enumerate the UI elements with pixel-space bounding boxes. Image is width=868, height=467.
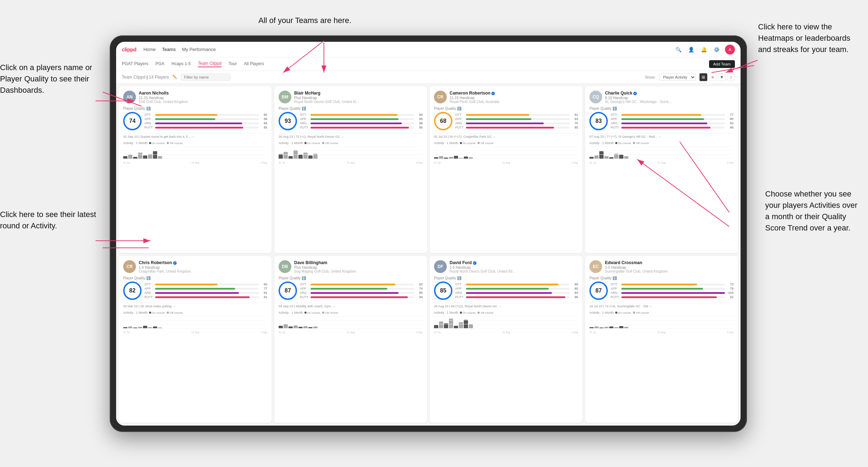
bell-icon[interactable]: 🔔 [699, 45, 708, 54]
player-club: St. George's Hill GC - Weybridge - Surre… [605, 100, 733, 104]
annotation-top-right: Click here to view the Heatmaps or leade… [758, 10, 850, 55]
quality-circle[interactable]: 85 [434, 281, 452, 300]
quality-content[interactable]: 83 OTT 77 APP 80 [589, 112, 733, 130]
stat-bar-arg [466, 123, 544, 124]
nav-my-performance[interactable]: My Performance [182, 47, 216, 52]
subnav-tour[interactable]: Tour [229, 61, 237, 67]
on-course-legend: On course [304, 142, 320, 145]
round-text: 26 Aug 23 | 73 (+1), Royal North Devon G… [279, 135, 344, 138]
activity-legend: On course Off course [460, 311, 494, 314]
player-avatar: BM [279, 91, 291, 103]
stat-value-arg: 85 [416, 291, 423, 295]
quality-circle[interactable]: 68 [434, 112, 452, 130]
edit-icon[interactable]: ✏️ [172, 75, 177, 79]
quality-label: Player Quality ℹ️ [434, 107, 578, 110]
player-name[interactable]: Cameron Robertson✓ [450, 91, 578, 96]
quality-circle[interactable]: 93 [279, 112, 297, 130]
player-avatar: CQ [589, 91, 602, 103]
round-info[interactable]: 02 Sep 23 | Sunset round to get back int… [123, 133, 267, 140]
stat-bar-ott [621, 114, 701, 116]
show-select[interactable]: Player Activity [659, 74, 696, 81]
nav-teams[interactable]: Teams [162, 47, 176, 52]
round-info[interactable]: 18 Jul 23 | 74 (+4), Sunningdale GC - Ol… [589, 303, 733, 309]
quality-circle[interactable]: 83 [589, 112, 608, 130]
player-avatar: CR [434, 91, 447, 103]
quality-circle[interactable]: 82 [123, 281, 142, 300]
on-course-legend: On course [460, 311, 476, 314]
stat-bar-putt [466, 296, 565, 298]
stat-row-ott: OTT 60 [144, 113, 267, 116]
chart-label-end: 4 Sep [572, 161, 578, 164]
stat-bar-wrap-arg [621, 123, 725, 124]
round-info[interactable]: 03 Mar 23 | 19, Must make putting → [123, 303, 267, 309]
settings-icon[interactable]: ⚙️ [712, 45, 721, 54]
list-view-icon[interactable]: ≡ [709, 73, 716, 81]
player-card[interactable]: CR Cameron Robertson✓ 11-15 Handicap Roy… [430, 86, 582, 253]
player-name[interactable]: David Ford✓ [450, 260, 578, 265]
quality-circle[interactable]: 87 [279, 281, 297, 300]
round-info[interactable]: 07 Aug 23 | 77 (+7), St George's Hill GC… [589, 133, 733, 140]
chart-label-mid: 21 Aug [347, 161, 355, 164]
nav-home[interactable]: Home [143, 47, 156, 52]
stat-value-arg: 83 [571, 291, 578, 295]
round-text: 02 Jul 23 | 59 (+17), Craigmillar Park G… [434, 135, 496, 138]
stat-bar-wrap-app [466, 288, 570, 290]
player-card[interactable]: BM Blair McHarg Plus Handicap Royal Nort… [274, 86, 427, 253]
round-info[interactable]: 26 Aug 23 | 84 (+12), Royal North Devon … [434, 303, 578, 309]
sort-icon[interactable]: ↕ [727, 73, 735, 81]
round-info[interactable]: 26 Aug 23 | 73 (+1), Royal North Devon G… [279, 133, 423, 140]
quality-circle[interactable]: 74 [123, 112, 142, 130]
subnav-pgat[interactable]: PGAT Players [122, 61, 148, 67]
subnav-team-clippd[interactable]: Team Clippd [198, 61, 222, 67]
quality-content[interactable]: 74 OTT 60 APP 58 [123, 112, 267, 130]
grid-view-icon[interactable]: ⊞ [699, 73, 707, 81]
player-card[interactable]: CQ Charlie Quick✓ 6-10 Handicap St. Geor… [585, 86, 738, 253]
stat-bar-putt [310, 296, 408, 298]
chart-line [279, 328, 423, 329]
annotation-left-bottom: Click here to see their latest round or … [0, 209, 103, 232]
subnav-pga[interactable]: PGA [155, 61, 164, 67]
player-name[interactable]: Dave Billingham [294, 260, 423, 265]
stat-value-putt: 96 [571, 295, 578, 299]
quality-content[interactable]: 93 OTT 84 APP 85 [279, 112, 423, 130]
player-name[interactable]: Blair McHarg [294, 91, 423, 96]
search-input[interactable] [181, 74, 230, 81]
quality-content[interactable]: 68 OTT 61 APP 63 [434, 112, 578, 130]
player-card[interactable]: CR Chris Robertson✓ 1-5 Handicap Craigmi… [119, 256, 272, 423]
subnav-all-players[interactable]: All Players [244, 61, 264, 67]
player-name[interactable]: Charlie Quick✓ [605, 91, 733, 96]
round-info[interactable]: 04 Sep 23 | Mobility with coach, Gym → [279, 303, 423, 309]
stat-label-arg: ARG [611, 291, 620, 295]
activity-legend: On course Off course [149, 142, 183, 145]
quality-content[interactable]: 87 OTT 82 APP 74 [279, 281, 423, 300]
person-icon[interactable]: 👤 [687, 45, 695, 54]
stat-label-ott: OTT [144, 283, 154, 286]
player-card[interactable]: DF David Ford✓ 1-5 Handicap Royal North … [430, 256, 582, 423]
player-card[interactable]: AN Aaron Nicholls 11-15 Handicap Drift G… [119, 86, 272, 253]
stat-value-app: 77 [260, 287, 267, 290]
filter-icon[interactable]: ▼ [718, 73, 726, 81]
player-card[interactable]: EC Edward Crossman 1-5 Handicap Sunningd… [585, 256, 738, 423]
stat-bar-wrap-app [310, 118, 414, 120]
chart-line [434, 146, 578, 147]
quality-content[interactable]: 87 OTT 73 APP 79 [589, 281, 733, 300]
stat-label-ott: OTT [611, 113, 620, 116]
player-card[interactable]: DB Dave Billingham Plus Handicap Sog Mag… [274, 256, 427, 423]
round-text: 02 Sep 23 | Sunset round to get back int… [123, 135, 194, 138]
player-handicap: 11-15 Handicap [450, 96, 578, 100]
quality-content[interactable]: 85 OTT 89 APP 80 [434, 281, 578, 300]
subnav-hcaps[interactable]: Hcaps 1-5 [171, 61, 191, 67]
player-avatar: CR [123, 260, 136, 273]
player-info: Aaron Nicholls 11-15 Handicap Drift Golf… [139, 91, 267, 104]
player-name[interactable]: Chris Robertson✓ [139, 260, 267, 265]
quality-circle[interactable]: 87 [589, 281, 608, 300]
quality-content[interactable]: 82 OTT 60 APP 77 [123, 281, 267, 300]
search-icon[interactable]: 🔍 [674, 45, 683, 54]
avatar[interactable]: A [725, 45, 735, 55]
round-info[interactable]: 02 Jul 23 | 59 (+17), Craigmillar Park G… [434, 133, 578, 140]
add-team-button[interactable]: Add Team [709, 60, 735, 68]
stat-label-app: APP [455, 117, 464, 121]
player-name[interactable]: Aaron Nicholls [139, 91, 267, 96]
player-name[interactable]: Edward Crossman [605, 260, 733, 265]
stat-bar-wrap-ott [310, 284, 414, 285]
